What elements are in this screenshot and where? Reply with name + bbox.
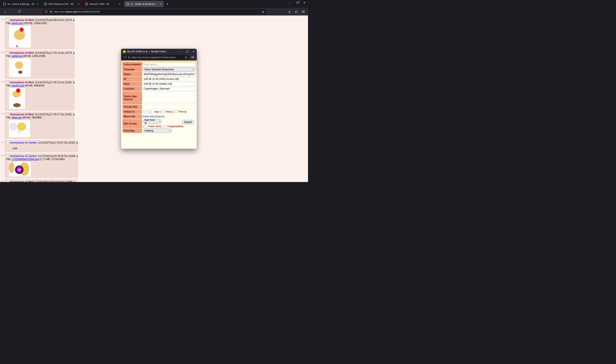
ban-scope-label: Ban Scope [123, 119, 142, 128]
warn-checkbox[interactable] [162, 110, 165, 113]
ban-form: Autocomplete Template None Selected (Req… [121, 60, 197, 149]
private-info-input[interactable] [143, 105, 195, 109]
popup-title: Ban No.10280 on /j/ — Mozilla Firefox [127, 50, 178, 53]
view-info-link[interactable]: [View Info] [143, 115, 154, 118]
back-button[interactable]: ← [2, 9, 9, 14]
forward-button[interactable]: → [9, 9, 16, 14]
tab-a-board[interactable]: /a/ - Anime & Manga - 4chan × [1, 1, 41, 7]
public-ban-checkbox[interactable] [145, 125, 147, 128]
post-thumbnail[interactable] [9, 162, 31, 176]
post-checkbox[interactable] [6, 52, 9, 54]
submit-button[interactable]: Submit [182, 120, 194, 124]
tab-strip: /a/ - Anime & Manga - 4chan × Ban Reques… [0, 0, 308, 8]
search-link[interactable]: [Search] [155, 115, 165, 118]
close-icon[interactable]: × [118, 2, 121, 6]
popup-title-bar[interactable]: Ban No.10280 on /j/ — Mozilla Firefox – … [121, 49, 197, 54]
post-stamp: 11/14/24(Thu)16:56:04 No.10278 [35, 19, 72, 22]
file-link[interactable]: jangry.jpg [12, 22, 22, 25]
browser-window: /a/ - Anime & Manga - 4chan × Ban Reques… [0, 0, 308, 182]
post-menu-icon[interactable]: ▶ [76, 142, 78, 144]
post-stamp: 11/14/24(Thu)17:00:22 No.10280 [35, 81, 72, 84]
post-checkbox[interactable] [6, 81, 9, 84]
post-stamp: 11/17/24(Sun)15:26:25 No.10284 [38, 155, 75, 157]
extensions-button[interactable] [294, 10, 299, 14]
public-ban-reason-textarea[interactable] [143, 91, 195, 104]
post-thumbnail[interactable] [9, 120, 30, 137]
post-menu-icon[interactable]: ▶ [73, 19, 75, 21]
perma-checkbox[interactable] [175, 110, 178, 113]
post-menu-icon[interactable]: ▶ [73, 113, 75, 116]
popup-close-button[interactable]: × [190, 49, 197, 54]
hamburger-icon [302, 11, 305, 13]
post-checkbox[interactable] [6, 19, 9, 21]
name-label: Name [123, 72, 142, 76]
post-stamp: 11/14/24(Thu)17:00:14 No.10279 [35, 52, 72, 54]
poster-name: Anonymous ## Janitor [10, 141, 37, 144]
menu-button[interactable] [300, 10, 306, 13]
minimize-button[interactable]: – [287, 0, 294, 5]
navigation-toolbar: ← → https://sys.4chan.org/j/thread/9564#… [0, 8, 308, 15]
chevron-down-icon [169, 130, 170, 131]
chevron-down-icon [192, 68, 194, 70]
close-icon[interactable]: × [36, 2, 39, 6]
template-label: Template [123, 67, 142, 72]
post-ban-select[interactable]: Nothing [143, 129, 172, 133]
location-input[interactable] [143, 87, 195, 91]
tab-title: Reports (438) - All [90, 3, 116, 5]
lock-icon [128, 56, 130, 59]
popup-url-bar[interactable]: https://sys.4chan.org/j/admin?mode=admin [122, 55, 189, 60]
unban-days-input[interactable] [143, 110, 152, 114]
close-icon[interactable]: × [159, 2, 162, 6]
popup-maximize-button[interactable] [184, 49, 190, 54]
post-menu-icon[interactable]: ▶ [74, 181, 75, 182]
4chan-clover-icon [3, 2, 6, 5]
autocomplete-input[interactable] [143, 63, 195, 66]
poster-name: Anonymous ## Mod [10, 81, 34, 84]
poster-name: Anonymous ## Mod [10, 113, 34, 116]
hamburger-icon [191, 56, 194, 59]
ban-scope-select[interactable]: Ban from /j/ [143, 119, 162, 124]
host-input[interactable] [143, 82, 195, 86]
popup-minimize-button[interactable]: – [178, 49, 184, 54]
close-window-button[interactable]: × [301, 0, 308, 5]
bookmark-star-icon[interactable] [185, 56, 187, 59]
file-link[interactable]: 4free.jpg [12, 116, 22, 119]
post-checkbox[interactable] [6, 181, 9, 182]
popup-menu-button[interactable] [190, 56, 196, 59]
post-thumbnail[interactable] [9, 59, 31, 77]
post-checkbox[interactable] [6, 142, 9, 144]
tab-reports[interactable]: Reports (438) - All × [83, 1, 123, 7]
close-icon[interactable]: × [77, 2, 80, 6]
tab-title: /j/ - Janitor & Moderator Discus [131, 3, 158, 5]
poster-name: Anonymous ## Janitor [10, 155, 37, 157]
restore-button[interactable] [294, 0, 301, 5]
shield-icon [124, 56, 126, 59]
toolbar-icons [287, 10, 306, 14]
name-input[interactable] [143, 72, 195, 76]
post-thumbnail[interactable] [9, 26, 31, 48]
new-tab-button[interactable]: + [164, 1, 170, 6]
post-menu-icon[interactable]: ▶ [73, 81, 75, 84]
unappealable-checkbox[interactable] [163, 125, 166, 128]
reload-button[interactable] [16, 9, 23, 14]
post-stamp: 11/18/24(Mon)19:18:18 No.10286 [35, 180, 72, 182]
bug-icon [85, 2, 88, 5]
url-text: https://sys.4chan.org/j/thread/9564#p103… [54, 11, 260, 13]
unappealable-text: Unappealable] [167, 125, 183, 128]
template-select[interactable]: None Selected (Required) [143, 67, 195, 72]
file-link[interactable]: 1731844554573084.png [12, 158, 39, 161]
file-link[interactable]: janfell.jpg [12, 55, 22, 58]
more-info-label: More Info [123, 115, 142, 119]
downloads-button[interactable] [287, 10, 292, 14]
post-checkbox[interactable] [6, 113, 9, 116]
tab-janitor-discussion[interactable]: /j/ - Janitor & Moderator Discus × [124, 1, 164, 7]
url-bar[interactable]: https://sys.4chan.org/j/thread/9564#p103… [43, 9, 266, 14]
post-menu-icon[interactable]: ▶ [73, 52, 75, 54]
post-menu-icon[interactable]: ▶ [77, 155, 78, 157]
post-thumbnail[interactable] [9, 88, 25, 109]
bookmark-star-icon[interactable] [262, 10, 265, 13]
post-checkbox[interactable] [6, 155, 9, 157]
tab-ban-requests[interactable]: Ban Requests (37) - All × [42, 1, 82, 7]
ip-input[interactable] [143, 77, 195, 81]
file-link[interactable]: jangry2.jpg [12, 84, 24, 87]
